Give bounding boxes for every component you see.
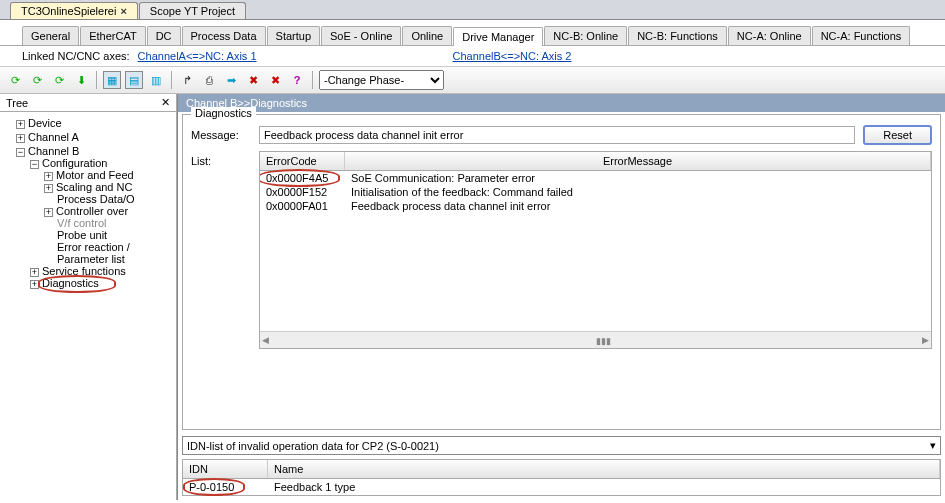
idn-dropdown[interactable]: IDN-list of invalid operation data for C… bbox=[182, 436, 941, 455]
expand-icon[interactable]: + bbox=[44, 208, 53, 217]
cell-errormsg: Initialisation of the feedback: Command … bbox=[345, 185, 579, 199]
tool-d-icon[interactable]: ✖ bbox=[244, 71, 262, 89]
tree-channel-b[interactable]: Channel B bbox=[28, 145, 79, 157]
change-phase-select[interactable]: -Change Phase- bbox=[319, 70, 444, 90]
tree-diagnostics[interactable]: Diagnostics bbox=[42, 277, 99, 289]
cell-errormsg: SoE Communication: Parameter error bbox=[345, 171, 541, 185]
right-pane: Channel B>>Diagnostics Diagnostics Messa… bbox=[177, 94, 945, 500]
table-row[interactable]: 0x0000F4A5 SoE Communication: Parameter … bbox=[260, 171, 931, 185]
link-channel-b[interactable]: ChannelB<=>NC: Axis 2 bbox=[453, 50, 572, 62]
tree-errreact[interactable]: Error reaction / bbox=[57, 241, 130, 253]
refresh-b-icon[interactable]: ⟳ bbox=[50, 71, 68, 89]
diag-legend: Diagnostics bbox=[191, 107, 256, 119]
help-icon[interactable]: ? bbox=[288, 71, 306, 89]
tab-startup[interactable]: Startup bbox=[267, 26, 320, 45]
col-errormessage[interactable]: ErrorMessage bbox=[345, 152, 931, 170]
tree-vf[interactable]: V/f control bbox=[57, 217, 107, 229]
col-errorcode[interactable]: ErrorCode bbox=[260, 152, 345, 170]
expand-icon[interactable]: + bbox=[16, 120, 25, 129]
file-tab-active[interactable]: TC3OnlineSpielerei × bbox=[10, 2, 138, 19]
cell-name: Feedback 1 type bbox=[268, 479, 940, 495]
tab-online[interactable]: Online bbox=[402, 26, 452, 45]
col-name[interactable]: Name bbox=[268, 460, 940, 478]
tab-drivemanager[interactable]: Drive Manager bbox=[453, 27, 543, 46]
tree-configuration[interactable]: Configuration bbox=[42, 157, 107, 169]
tab-ncb-func[interactable]: NC-B: Functions bbox=[628, 26, 727, 45]
toolbar: ⟳ ⟳ ⟳ ⬇ ▦ ▤ ▥ ↱ ⎙ ➡ ✖ ✖ ? -Change Phase- bbox=[0, 67, 945, 94]
cell-errorcode: 0x0000F152 bbox=[260, 185, 345, 199]
file-tab-label: Scope YT Project bbox=[150, 5, 235, 17]
breadcrumb: Channel B>>Diagnostics bbox=[178, 94, 945, 112]
table-row[interactable]: 0x0000FA01 Feedback process data channel… bbox=[260, 199, 931, 213]
tab-soeonline[interactable]: SoE - Online bbox=[321, 26, 401, 45]
cell-errorcode: 0x0000F4A5 bbox=[260, 171, 345, 185]
expand-icon[interactable]: + bbox=[16, 134, 25, 143]
message-input[interactable]: Feedback process data channel init error bbox=[259, 126, 855, 144]
tree-device[interactable]: Device bbox=[28, 117, 62, 129]
expand-icon[interactable]: + bbox=[30, 268, 39, 277]
tab-dc[interactable]: DC bbox=[147, 26, 181, 45]
file-tab-bar: TC3OnlineSpielerei × Scope YT Project bbox=[0, 0, 945, 20]
tool-e-icon[interactable]: ✖ bbox=[266, 71, 284, 89]
tree-panel: Tree ✕ +Device +Channel A −Channel B −Co… bbox=[0, 94, 177, 500]
refresh-a-icon[interactable]: ⟳ bbox=[28, 71, 46, 89]
table-row[interactable]: P-0-0150 Feedback 1 type bbox=[183, 479, 940, 495]
collapse-icon[interactable]: − bbox=[30, 160, 39, 169]
tree-header: Tree bbox=[6, 97, 28, 109]
view3-icon[interactable]: ▥ bbox=[147, 71, 165, 89]
expand-icon[interactable]: + bbox=[30, 280, 39, 289]
view2-icon[interactable]: ▤ bbox=[125, 71, 143, 89]
sub-tab-bar: General EtherCAT DC Process Data Startup… bbox=[0, 24, 945, 46]
table-row[interactable]: 0x0000F152 Initialisation of the feedbac… bbox=[260, 185, 931, 199]
tab-nca-online[interactable]: NC-A: Online bbox=[728, 26, 811, 45]
reset-button[interactable]: Reset bbox=[863, 125, 932, 145]
cell-errormsg: Feedback process data channel init error bbox=[345, 199, 556, 213]
idn-dropdown-label: IDN-list of invalid operation data for C… bbox=[187, 440, 439, 452]
error-table[interactable]: ErrorCode ErrorMessage 0x0000F4A5 SoE Co… bbox=[259, 151, 932, 349]
tab-general[interactable]: General bbox=[22, 26, 79, 45]
tree-processdata[interactable]: Process Data/O bbox=[57, 193, 135, 205]
expand-icon[interactable]: + bbox=[44, 172, 53, 181]
h-scrollbar[interactable]: ◀▮▮▮▶ bbox=[260, 331, 931, 348]
file-tab-label: TC3OnlineSpielerei bbox=[21, 5, 116, 17]
view1-icon[interactable]: ▦ bbox=[103, 71, 121, 89]
list-label: List: bbox=[191, 151, 251, 167]
tab-ncb-online[interactable]: NC-B: Online bbox=[544, 26, 627, 45]
linked-axes-row: Linked NC/CNC axes: ChannelA<=>NC: Axis … bbox=[0, 46, 945, 67]
message-label: Message: bbox=[191, 129, 251, 141]
collapse-icon[interactable]: − bbox=[16, 148, 25, 157]
tree-paramlist[interactable]: Parameter list bbox=[57, 253, 125, 265]
tree-servicefn[interactable]: Service functions bbox=[42, 265, 126, 277]
tree-controller[interactable]: Controller over bbox=[56, 205, 128, 217]
tab-ethercat[interactable]: EtherCAT bbox=[80, 26, 145, 45]
link-channel-a[interactable]: ChannelA<=>NC: Axis 1 bbox=[138, 50, 257, 62]
tree-probe[interactable]: Probe unit bbox=[57, 229, 107, 241]
tool-c-icon[interactable]: ➡ bbox=[222, 71, 240, 89]
tree-close-icon[interactable]: ✕ bbox=[161, 96, 170, 109]
cell-errorcode: 0x0000FA01 bbox=[260, 199, 345, 213]
tab-nca-func[interactable]: NC-A: Functions bbox=[812, 26, 911, 45]
col-idn[interactable]: IDN bbox=[183, 460, 268, 478]
tree-channel-a[interactable]: Channel A bbox=[28, 131, 79, 143]
refresh-all-icon[interactable]: ⟳ bbox=[6, 71, 24, 89]
cell-idn: P-0-0150 bbox=[183, 479, 268, 495]
chevron-down-icon: ▾ bbox=[930, 439, 936, 452]
tab-processdata[interactable]: Process Data bbox=[182, 26, 266, 45]
idn-table: IDN Name P-0-0150 Feedback 1 type bbox=[182, 459, 941, 496]
tree-motor[interactable]: Motor and Feed bbox=[56, 169, 134, 181]
file-tab-other[interactable]: Scope YT Project bbox=[139, 2, 246, 19]
tool-a-icon[interactable]: ↱ bbox=[178, 71, 196, 89]
close-icon[interactable]: × bbox=[120, 5, 126, 17]
download-icon[interactable]: ⬇ bbox=[72, 71, 90, 89]
diagnostics-group: Diagnostics Message: Feedback process da… bbox=[182, 114, 941, 430]
linked-label: Linked NC/CNC axes: bbox=[22, 50, 130, 62]
expand-icon[interactable]: + bbox=[44, 184, 53, 193]
tree-scaling[interactable]: Scaling and NC bbox=[56, 181, 132, 193]
tool-b-icon[interactable]: ⎙ bbox=[200, 71, 218, 89]
